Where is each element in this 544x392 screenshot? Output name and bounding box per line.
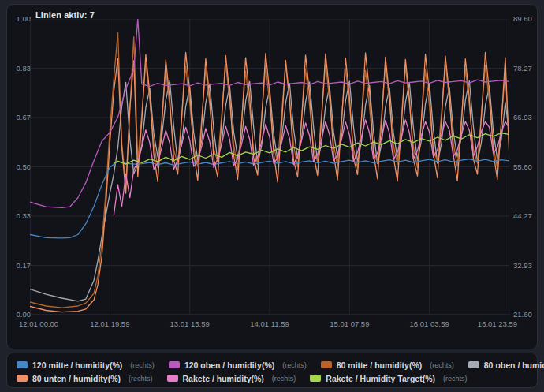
legend-row: 80 unten / humidity(%) (rechts) Rakete /… bbox=[15, 371, 537, 385]
left-axis-tick: 0.67 bbox=[17, 113, 32, 122]
legend-item-120-oben[interactable]: 120 oben / humidity(%) (rechts) bbox=[167, 360, 308, 370]
legend-item-80-mitte[interactable]: 80 mitte / humidity(%) (rechts) bbox=[319, 360, 456, 370]
right-axis-tick: 21.60 bbox=[513, 310, 532, 319]
x-axis-tick: 16.01 23:59 bbox=[478, 319, 517, 328]
right-axis-tick: 32.93 bbox=[513, 261, 532, 271]
legend-item-80-unten[interactable]: 80 unten / humidity(%) (rechts) bbox=[15, 374, 155, 383]
left-y-axis: 1.00 0.83 0.67 0.50 0.33 0.17 0.00 bbox=[7, 14, 31, 319]
left-axis-tick: 0.00 bbox=[17, 310, 32, 319]
time-series-plot[interactable] bbox=[30, 19, 509, 315]
x-axis-tick: 14.01 11:59 bbox=[250, 319, 289, 328]
x-axis: 12.01 00:00 12.01 19:59 13.01 15:59 14.0… bbox=[30, 319, 509, 330]
legend-axis-side: (rechts) bbox=[282, 361, 307, 369]
right-axis-tick: 78.27 bbox=[513, 64, 532, 73]
right-axis-tick: 55.60 bbox=[513, 162, 532, 172]
x-axis-tick: 12.01 19:59 bbox=[90, 319, 129, 328]
left-axis-tick: 0.33 bbox=[17, 211, 32, 221]
legend-label: 120 mitte / humidity(%) bbox=[32, 360, 122, 370]
legend-item-rakete-target[interactable]: Rakete / Humidity Target(%) (rechts) bbox=[308, 374, 468, 383]
legend-item-80-oben[interactable]: 80 oben / humidity(%) (rechts) bbox=[467, 360, 544, 370]
legend-label: 80 oben / humidity(%) bbox=[484, 360, 544, 370]
right-y-axis: 89.60 78.27 66.93 55.60 44.27 32.93 21.6… bbox=[513, 14, 540, 319]
legend-axis-side: (rechts) bbox=[272, 375, 296, 383]
legend-axis-side: (rechts) bbox=[430, 361, 454, 369]
legend-label: 80 mitte / humidity(%) bbox=[337, 360, 423, 370]
legend-axis-side: (rechts) bbox=[443, 375, 468, 383]
left-axis-tick: 0.17 bbox=[17, 261, 32, 271]
series-color-swatch bbox=[169, 361, 180, 368]
legend-label: Rakete / Humidity Target(%) bbox=[326, 374, 435, 383]
right-axis-tick: 44.27 bbox=[513, 211, 532, 221]
x-axis-tick: 16.01 03:59 bbox=[410, 319, 449, 328]
left-axis-tick: 0.83 bbox=[17, 64, 32, 73]
right-axis-tick: 66.93 bbox=[513, 113, 532, 122]
legend-row: 120 mitte / humidity(%) (rechts) 120 obe… bbox=[15, 358, 537, 371]
series-color-swatch bbox=[17, 361, 28, 368]
plot-area[interactable] bbox=[30, 19, 509, 315]
right-axis-tick: 89.60 bbox=[513, 14, 532, 24]
legend-label: 80 unten / humidity(%) bbox=[32, 374, 121, 383]
legend-label: Rakete / humidity(%) bbox=[183, 374, 264, 383]
legend-item-120-mitte[interactable]: 120 mitte / humidity(%) (rechts) bbox=[15, 360, 156, 370]
legend-axis-side: (rechts) bbox=[129, 375, 153, 383]
series-color-swatch bbox=[468, 361, 479, 368]
x-axis-tick: 12.01 00:00 bbox=[19, 319, 58, 328]
series-color-swatch bbox=[167, 375, 178, 382]
x-axis-tick: 13.01 15:59 bbox=[170, 319, 210, 328]
legend-axis-side: (rechts) bbox=[130, 361, 155, 369]
series-color-swatch bbox=[17, 375, 28, 382]
legend-item-rakete-humidity[interactable]: Rakete / humidity(%) (rechts) bbox=[166, 374, 298, 383]
legend: 120 mitte / humidity(%) (rechts) 120 obe… bbox=[6, 353, 538, 388]
left-axis-tick: 1.00 bbox=[17, 14, 32, 24]
x-axis-tick: 15.01 07:59 bbox=[330, 319, 369, 328]
left-axis-tick: 0.50 bbox=[17, 162, 32, 172]
series-color-swatch bbox=[310, 375, 321, 382]
timeseries-panel: Linien aktiv: 7 1.00 0.83 0.67 0.50 0.33… bbox=[6, 4, 538, 349]
series-color-swatch bbox=[321, 361, 332, 368]
series-line-5 bbox=[114, 120, 509, 215]
legend-label: 120 oben / humidity(%) bbox=[184, 360, 274, 370]
